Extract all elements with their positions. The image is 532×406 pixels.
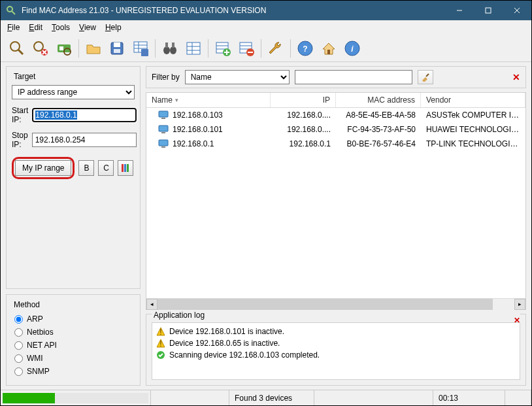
svg-line-51	[426, 74, 429, 76]
filter-close-icon[interactable]: ✕	[512, 72, 520, 82]
check-icon	[156, 350, 165, 360]
class-c-button[interactable]: C	[98, 160, 114, 176]
filter-field-select[interactable]: Name	[185, 70, 290, 84]
svg-rect-54	[159, 126, 168, 131]
cell-name: 192.168.0.101	[173, 125, 223, 134]
svg-rect-50	[127, 164, 129, 172]
log-text: Device 192.168.0.101 is inactive.	[169, 327, 284, 336]
svg-rect-3	[486, 8, 491, 13]
svg-point-6	[10, 42, 20, 51]
toolbar-gridsave-icon[interactable]	[129, 37, 152, 59]
cell-name: 192.168.0.103	[173, 110, 223, 120]
filter-clear-button[interactable]	[418, 70, 433, 84]
toolbar-search-cancel-icon[interactable]	[29, 37, 52, 59]
menu-edit[interactable]: Edit	[25, 22, 46, 33]
method-option-netbios[interactable]: Netbios	[14, 328, 132, 337]
svg-rect-23	[141, 49, 148, 56]
scroll-left-icon[interactable]: ◂	[146, 299, 158, 310]
filter-bar: Filter by Name ✕	[146, 66, 526, 88]
target-panel: Target IP address range Start IP: Stop I…	[6, 66, 141, 289]
svg-rect-26	[165, 42, 168, 48]
target-mode-select[interactable]: IP address range	[12, 85, 135, 99]
svg-rect-49	[124, 164, 126, 172]
statusbar: Found 3 devices 00:13	[1, 390, 531, 405]
svg-rect-18	[114, 49, 120, 53]
toolbar: ? i	[1, 35, 531, 62]
log-legend: Application log	[152, 311, 520, 320]
toolbar-info-icon[interactable]: i	[341, 37, 363, 59]
svg-rect-48	[122, 164, 124, 172]
menu-view[interactable]: View	[75, 22, 100, 33]
start-ip-label: Start IP:	[12, 106, 28, 124]
target-legend: Target	[12, 72, 37, 81]
col-mac-header[interactable]: MAC address	[336, 93, 421, 107]
titlebar: Find MAC Address 21.03 - UNREGISTERED EV…	[1, 1, 531, 20]
stop-ip-label: Stop IP:	[12, 131, 28, 149]
toolbar-save-icon[interactable]	[106, 37, 128, 59]
progress-bar	[3, 393, 148, 403]
svg-rect-55	[161, 132, 165, 133]
log-text: Scanning device 192.168.0.103 completed.	[169, 350, 320, 360]
svg-rect-28	[187, 42, 200, 54]
table-row[interactable]: 192.168.0.1192.168.0.1B0-BE-76-57-46-E4T…	[146, 137, 525, 151]
method-panel: Method ARPNetbiosNET APIWMISNMP	[6, 294, 141, 386]
warning-icon: !	[156, 339, 165, 348]
method-option-wmi[interactable]: WMI	[14, 354, 132, 363]
method-option-arp[interactable]: ARP	[14, 314, 132, 324]
log-text: Device 192.168.0.65 is inactive.	[169, 339, 280, 348]
toolbar-search-icon[interactable]	[6, 37, 28, 59]
toolbar-grid-remove-icon[interactable]	[235, 37, 258, 59]
toolbar-open-icon[interactable]	[82, 37, 105, 59]
toolbar-grid-add-icon[interactable]	[212, 37, 234, 59]
color-bars-icon	[121, 163, 130, 173]
menu-tools[interactable]: Tools	[48, 22, 74, 33]
toolbar-binoculars-icon[interactable]	[159, 37, 181, 59]
toolbar-home-icon[interactable]	[318, 37, 340, 59]
log-close-icon[interactable]: ✕	[514, 316, 520, 325]
svg-rect-56	[159, 140, 168, 146]
method-option-net-api[interactable]: NET API	[14, 341, 132, 350]
app-window: Find MAC Address 21.03 - UNREGISTERED EV…	[0, 0, 532, 406]
close-button[interactable]	[503, 1, 531, 20]
method-option-snmp[interactable]: SNMP	[14, 367, 132, 376]
minimize-button[interactable]	[445, 1, 474, 20]
stop-ip-input[interactable]	[32, 133, 137, 147]
cell-ip: 192.168.0.1	[271, 138, 336, 150]
filter-value-input[interactable]	[295, 70, 412, 84]
log-line: Scanning device 192.168.0.103 completed.	[155, 349, 517, 361]
svg-text:?: ?	[303, 44, 307, 54]
cell-mac: FC-94-35-73-AF-50	[336, 124, 421, 135]
maximize-button[interactable]	[474, 1, 503, 20]
toolbar-help-icon[interactable]: ?	[294, 37, 316, 59]
menu-help[interactable]: Help	[101, 22, 125, 33]
menu-file[interactable]: File	[3, 22, 24, 33]
color-toggle-button[interactable]	[118, 160, 133, 176]
monitor-icon	[158, 125, 169, 134]
log-line: !Device 192.168.0.101 is inactive.	[155, 326, 517, 337]
start-ip-input[interactable]	[32, 108, 137, 122]
svg-rect-52	[159, 111, 168, 117]
my-ip-range-button[interactable]: My IP range	[15, 160, 71, 176]
toolbar-wrench-icon[interactable]	[265, 37, 287, 59]
cell-ip: 192.168.0....	[271, 109, 336, 121]
svg-rect-14	[59, 46, 63, 50]
status-found: Found 3 devices	[229, 390, 314, 405]
highlight-annotation: My IP range	[12, 157, 75, 179]
svg-text:!: !	[159, 339, 161, 348]
horizontal-scrollbar[interactable]: ◂ ▸	[146, 298, 525, 309]
svg-rect-27	[172, 42, 175, 48]
col-ip-header[interactable]: IP	[271, 93, 336, 107]
col-vendor-header[interactable]: Vendor	[421, 93, 525, 107]
method-legend: Method	[12, 300, 42, 309]
warning-icon: !	[156, 327, 165, 336]
scroll-right-icon[interactable]: ▸	[514, 299, 525, 310]
col-name-header[interactable]: Name ▾	[146, 93, 271, 107]
table-row[interactable]: 192.168.0.103192.168.0....A8-5E-45-EB-4A…	[146, 108, 525, 122]
toolbar-nic-icon[interactable]	[53, 37, 75, 59]
cell-mac: B0-BE-76-57-46-E4	[336, 138, 421, 150]
class-b-button[interactable]: B	[78, 160, 94, 176]
table-row[interactable]: 192.168.0.101192.168.0....FC-94-35-73-AF…	[146, 122, 525, 137]
method-option-label: Netbios	[27, 328, 54, 337]
log-panel: Application log ✕ !Device 192.168.0.101 …	[146, 314, 526, 386]
toolbar-grid1-icon[interactable]	[182, 37, 205, 59]
